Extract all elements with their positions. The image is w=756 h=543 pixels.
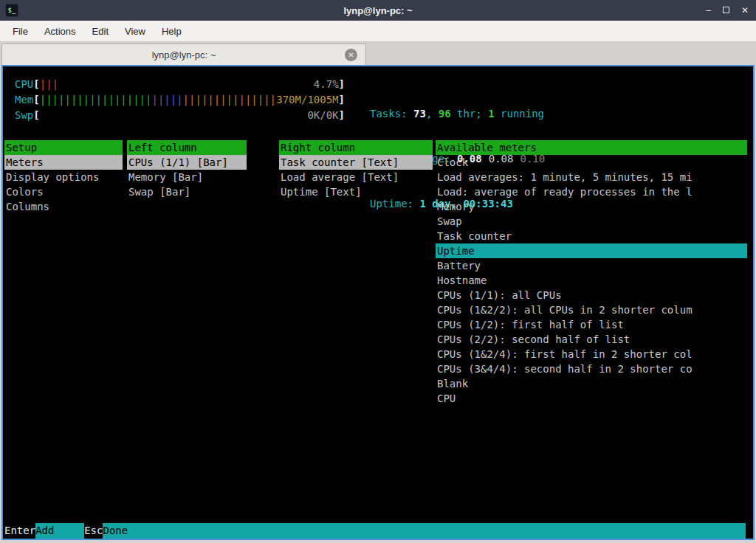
panel-header-available-meters: Available meters (436, 140, 747, 155)
bracket-open: [ (33, 92, 39, 108)
terminal-frame: CPU[|||4.7%] Mem[|||||||||||||||||||||||… (1, 65, 755, 540)
cpu-meter-label: CPU (15, 77, 33, 92)
right-column-item-load-average[interactable]: Load average [Text] (279, 170, 433, 184)
esc-key-label: Esc (84, 523, 103, 539)
menu-edit[interactable]: Edit (84, 22, 117, 41)
done-button[interactable]: Done (103, 523, 746, 539)
tasks-line: Tasks: 73, 96 thr; 1 running (370, 106, 545, 122)
swap-meter-label: Swp (15, 108, 33, 123)
meter-option-load[interactable]: Load: average of ready processes in the … (436, 184, 747, 199)
left-column-item-memory[interactable]: Memory [Bar] (127, 170, 247, 184)
meter-option-cpus-1-1[interactable]: CPUs (1/1): all CPUs (436, 288, 747, 302)
threads-count: 96 (439, 108, 451, 120)
running-count: 1 (488, 108, 494, 120)
left-column-item-cpus[interactable]: CPUs (1/1) [Bar] (127, 155, 247, 170)
terminal-window: $_ lynp@lyn-pc: ~ – ✕ File Actions Edit … (0, 0, 756, 543)
terminal-tab[interactable]: lynp@lyn-pc: ~ ✕ (1, 44, 366, 65)
meter-option-hostname[interactable]: Hostname (436, 273, 747, 288)
menu-actions[interactable]: Actions (36, 22, 84, 41)
menu-help[interactable]: Help (154, 22, 190, 41)
mem-used-bars: |||||||||||||||||| (40, 94, 152, 106)
panel-header-right-column: Right column (279, 140, 433, 155)
meter-option-cpus-12-2[interactable]: CPUs (1&2/2): all CPUs in 2 shorter colu… (436, 302, 747, 317)
meter-option-uptime[interactable]: Uptime (436, 243, 747, 258)
setup-panel-categories: Setup Meters Display options Colors Colu… (4, 140, 123, 214)
meter-option-memory[interactable]: Memory (436, 199, 747, 214)
mem-meter-value: 370M/1005M (276, 92, 338, 108)
meter-option-cpus-2-2[interactable]: CPUs (2/2): second half of list (436, 332, 747, 347)
setup-category-columns[interactable]: Columns (4, 199, 123, 214)
cpu-meter: CPU[|||4.7%] (15, 77, 345, 92)
menu-view[interactable]: View (117, 22, 154, 41)
bracket-open: [ (33, 108, 39, 123)
meter-option-clock[interactable]: Clock (436, 155, 747, 170)
swap-meter-value: 0K/0K (307, 108, 338, 123)
terminal-content: CPU[|||4.7%] Mem[|||||||||||||||||||||||… (3, 66, 753, 539)
meter-option-cpu[interactable]: CPU (436, 391, 747, 406)
meter-option-task-counter[interactable]: Task counter (436, 229, 747, 243)
meter-option-battery[interactable]: Battery (436, 258, 747, 273)
mem-cache-bars: ||||||||||||||| (183, 94, 276, 106)
meter-option-blank[interactable]: Blank (436, 376, 747, 391)
function-bar: Enter Add Esc Done (4, 523, 746, 539)
enter-key-label: Enter (4, 523, 35, 539)
setup-category-colors[interactable]: Colors (4, 184, 123, 199)
window-title: lynp@lyn-pc: ~ (0, 5, 756, 16)
panel-header-setup: Setup (4, 140, 123, 155)
tab-title: lynp@lyn-pc: ~ (152, 49, 216, 60)
bracket-close: ] (339, 77, 345, 92)
cpu-meter-bars: ||| (40, 77, 58, 92)
menubar: File Actions Edit View Help (0, 21, 756, 42)
setup-category-meters[interactable]: Meters (4, 155, 123, 170)
bracket-open: [ (33, 77, 39, 92)
left-column-item-swap[interactable]: Swap [Bar] (127, 184, 247, 199)
tasks-total: 73 (413, 108, 426, 120)
mem-meter-label: Mem (15, 92, 33, 108)
panel-header-left-column: Left column (127, 140, 247, 155)
mem-buffer-bars: ||||| (151, 94, 182, 106)
meter-area: CPU[|||4.7%] Mem[|||||||||||||||||||||||… (15, 77, 345, 123)
maximize-icon[interactable] (723, 0, 729, 21)
setup-panel-left-column: Left column CPUs (1/1) [Bar] Memory [Bar… (127, 140, 247, 199)
setup-panel-available-meters: Available meters Clock Load averages: 1 … (436, 140, 747, 406)
meter-option-load-averages[interactable]: Load averages: 1 minute, 5 minutes, 15 m… (436, 170, 747, 184)
mem-meter: Mem[||||||||||||||||||||||||||||||||||||… (15, 92, 345, 108)
right-column-item-task-counter[interactable]: Task counter [Text] (279, 155, 433, 170)
meter-option-swap[interactable]: Swap (436, 214, 747, 229)
cpu-meter-value: 4.7% (314, 77, 339, 92)
tabbar: lynp@lyn-pc: ~ ✕ (0, 42, 756, 65)
titlebar: $_ lynp@lyn-pc: ~ – ✕ (0, 0, 756, 21)
setup-panel-right-column: Right column Task counter [Text] Load av… (279, 140, 433, 199)
meter-option-cpus-34-4[interactable]: CPUs (3&4/4): second half in 2 shorter c… (436, 362, 747, 376)
meter-option-cpus-1-2[interactable]: CPUs (1/2): first half of list (436, 317, 747, 332)
close-icon[interactable]: ✕ (741, 0, 749, 21)
bracket-close: ] (339, 92, 345, 108)
right-column-item-uptime[interactable]: Uptime [Text] (279, 184, 433, 199)
minimize-icon[interactable]: – (706, 0, 711, 21)
swap-meter: Swp[0K/0K] (15, 108, 345, 123)
meter-option-cpus-12-4[interactable]: CPUs (1&2/4): first half in 2 shorter co… (436, 347, 747, 362)
add-button[interactable]: Add (35, 523, 84, 539)
bracket-close: ] (339, 108, 345, 123)
setup-category-display-options[interactable]: Display options (4, 170, 123, 184)
menu-file[interactable]: File (4, 22, 36, 41)
close-tab-icon[interactable]: ✕ (345, 49, 357, 61)
